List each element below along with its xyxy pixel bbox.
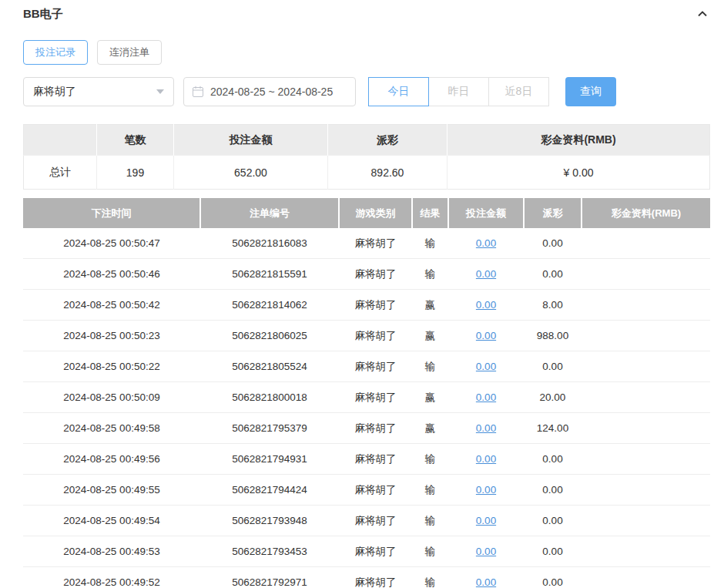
cell-order-id: 5062821794931: [200, 444, 339, 475]
cell-result: 输: [412, 444, 448, 475]
cell-bet-time: 2024-08-25 00:49:52: [23, 567, 200, 588]
summary-header-count: 笔数: [97, 125, 174, 156]
yesterday-button[interactable]: 昨日: [428, 77, 489, 106]
cell-jackpot: [582, 321, 710, 351]
bet-amount-link[interactable]: 0.00: [476, 237, 496, 249]
bet-amount-link[interactable]: 0.00: [476, 361, 496, 372]
cell-order-id: 5062821805524: [200, 351, 339, 382]
cell-game-type: 麻将胡了: [339, 413, 412, 444]
header-bet-amount: 投注金额: [448, 198, 524, 228]
bet-records-table: 下注时间 注单编号 游戏类别 结果 投注金额 派彩 彩金资料(RMB) 2024…: [23, 198, 710, 588]
cell-order-id: 5062821793453: [200, 536, 339, 567]
cell-bet-amount: 0.00: [448, 321, 524, 351]
bet-amount-link[interactable]: 0.00: [476, 484, 496, 496]
header-result: 结果: [412, 198, 448, 228]
bet-amount-link[interactable]: 0.00: [476, 299, 496, 311]
summary-header-row: 笔数 投注金额 派彩 彩金资料(RMB): [24, 125, 710, 156]
game-select[interactable]: 麻将胡了: [23, 77, 174, 106]
bet-amount-link[interactable]: 0.00: [476, 576, 496, 588]
cell-bet-amount: 0.00: [448, 475, 524, 506]
cell-payout: 0.00: [524, 567, 582, 588]
tab-bet-records[interactable]: 投注记录: [23, 40, 88, 65]
cell-bet-time: 2024-08-25 00:50:22: [23, 351, 200, 382]
cell-bet-time: 2024-08-25 00:50:42: [23, 290, 200, 321]
cell-bet-amount: 0.00: [448, 413, 524, 444]
cell-order-id: 5062821806025: [200, 321, 339, 351]
cell-game-type: 麻将胡了: [339, 382, 412, 413]
cell-bet-amount: 0.00: [448, 259, 524, 290]
date-range-input[interactable]: 2024-08-25 ~ 2024-08-25: [183, 77, 356, 106]
summary-total-label: 总计: [24, 156, 97, 190]
summary-total-payout: 892.60: [328, 156, 448, 190]
cell-game-type: 麻将胡了: [339, 506, 412, 536]
cell-payout: 0.00: [524, 475, 582, 506]
cell-result: 输: [412, 506, 448, 536]
table-header-row: 下注时间 注单编号 游戏类别 结果 投注金额 派彩 彩金资料(RMB): [23, 198, 710, 228]
cell-result: 输: [412, 228, 448, 259]
tab-bar: 投注记录 连消注单: [23, 40, 710, 65]
cell-jackpot: [582, 382, 710, 413]
today-button[interactable]: 今日: [368, 77, 429, 106]
cell-order-id: 5062821794424: [200, 475, 339, 506]
table-row: 2024-08-25 00:50:475062821816083麻将胡了输0.0…: [23, 228, 710, 259]
cell-bet-amount: 0.00: [448, 506, 524, 536]
table-row: 2024-08-25 00:50:465062821815591麻将胡了输0.0…: [23, 259, 710, 290]
cell-bet-time: 2024-08-25 00:49:54: [23, 506, 200, 536]
cell-result: 赢: [412, 290, 448, 321]
tab-cancelled-orders[interactable]: 连消注单: [97, 40, 162, 65]
cell-jackpot: [582, 228, 710, 259]
cell-bet-amount: 0.00: [448, 351, 524, 382]
cell-bet-amount: 0.00: [448, 444, 524, 475]
cell-order-id: 5062821816083: [200, 228, 339, 259]
cell-game-type: 麻将胡了: [339, 444, 412, 475]
table-row: 2024-08-25 00:50:425062821814062麻将胡了赢0.0…: [23, 290, 710, 321]
table-row: 2024-08-25 00:50:095062821800018麻将胡了赢0.0…: [23, 382, 710, 413]
header-order-id: 注单编号: [200, 198, 339, 228]
cell-bet-amount: 0.00: [448, 567, 524, 588]
cell-bet-time: 2024-08-25 00:50:47: [23, 228, 200, 259]
cell-game-type: 麻将胡了: [339, 290, 412, 321]
table-row: 2024-08-25 00:49:545062821793948麻将胡了输0.0…: [23, 506, 710, 536]
cell-jackpot: [582, 259, 710, 290]
summary-header-jackpot: 彩金资料(RMB): [448, 125, 710, 156]
bet-amount-link[interactable]: 0.00: [476, 268, 496, 280]
table-row: 2024-08-25 00:49:525062821792971麻将胡了输0.0…: [23, 567, 710, 588]
cell-payout: 0.00: [524, 536, 582, 567]
cell-result: 赢: [412, 321, 448, 351]
cell-bet-amount: 0.00: [448, 228, 524, 259]
cell-game-type: 麻将胡了: [339, 475, 412, 506]
cell-order-id: 5062821793948: [200, 506, 339, 536]
bet-amount-link[interactable]: 0.00: [476, 546, 496, 557]
chevron-up-icon[interactable]: [695, 6, 710, 22]
cell-payout: 124.00: [524, 413, 582, 444]
last-8-days-button[interactable]: 近8日: [488, 77, 549, 106]
cell-jackpot: [582, 444, 710, 475]
bet-amount-link[interactable]: 0.00: [476, 453, 496, 465]
cell-game-type: 麻将胡了: [339, 351, 412, 382]
cell-game-type: 麻将胡了: [339, 567, 412, 588]
cell-result: 输: [412, 567, 448, 588]
header-bet-time: 下注时间: [23, 198, 200, 228]
bet-amount-link[interactable]: 0.00: [476, 330, 496, 341]
summary-total-jackpot: ¥ 0.00: [448, 156, 710, 190]
table-row: 2024-08-25 00:50:225062821805524麻将胡了输0.0…: [23, 351, 710, 382]
cell-jackpot: [582, 475, 710, 506]
page-title: BB电子: [23, 7, 63, 22]
cell-result: 赢: [412, 382, 448, 413]
quick-date-group: 今日 昨日 近8日: [368, 77, 549, 106]
cell-payout: 20.00: [524, 382, 582, 413]
cell-bet-time: 2024-08-25 00:50:23: [23, 321, 200, 351]
bet-amount-link[interactable]: 0.00: [476, 391, 496, 403]
summary-total-count: 199: [97, 156, 174, 190]
game-select-value: 麻将胡了: [33, 85, 76, 99]
search-button[interactable]: 查询: [565, 77, 616, 106]
header-game-type: 游戏类别: [339, 198, 412, 228]
cell-bet-time: 2024-08-25 00:49:58: [23, 413, 200, 444]
panel-header: BB电子: [23, 5, 710, 23]
cell-payout: 8.00: [524, 290, 582, 321]
cell-bet-amount: 0.00: [448, 382, 524, 413]
bet-amount-link[interactable]: 0.00: [476, 422, 496, 434]
cell-game-type: 麻将胡了: [339, 259, 412, 290]
bet-amount-link[interactable]: 0.00: [476, 515, 496, 526]
summary-total-row: 总计 199 652.00 892.60 ¥ 0.00: [24, 156, 710, 190]
